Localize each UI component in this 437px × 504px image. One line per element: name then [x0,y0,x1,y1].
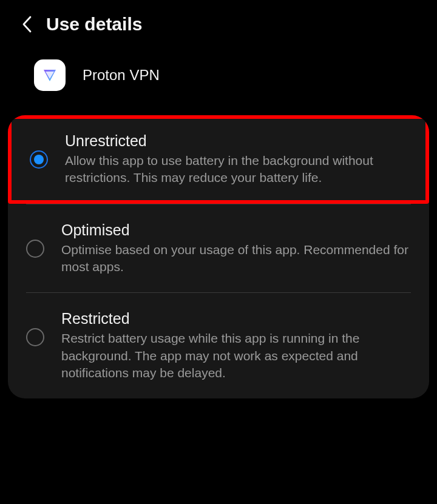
chevron-left-icon [21,15,32,33]
option-restricted[interactable]: Restricted Restrict battery usage while … [8,293,429,398]
radio-restricted[interactable] [26,328,44,346]
options-panel: Unrestricted Allow this app to use batte… [8,115,429,398]
option-text: Restricted Restrict battery usage while … [61,310,411,381]
page-title: Use details [46,14,142,35]
option-unrestricted[interactable]: Unrestricted Allow this app to use batte… [8,115,429,204]
option-title: Unrestricted [65,132,411,150]
option-description: Optimise based on your usage of this app… [61,241,411,276]
option-text: Unrestricted Allow this app to use batte… [65,132,411,187]
option-title: Optimised [61,221,411,239]
app-info: Proton VPN [0,53,437,115]
radio-unrestricted[interactable] [30,150,48,169]
proton-vpn-icon [40,66,59,85]
app-icon [34,59,66,91]
option-description: Restrict battery usage while this app is… [61,330,411,381]
option-title: Restricted [61,310,411,328]
back-button[interactable] [12,10,41,39]
option-optimised[interactable]: Optimised Optimise based on your usage o… [8,204,429,293]
app-name: Proton VPN [83,67,160,84]
option-description: Allow this app to use battery in the bac… [65,152,411,187]
radio-optimised[interactable] [26,240,44,258]
header: Use details [0,0,437,53]
option-text: Optimised Optimise based on your usage o… [61,221,411,276]
